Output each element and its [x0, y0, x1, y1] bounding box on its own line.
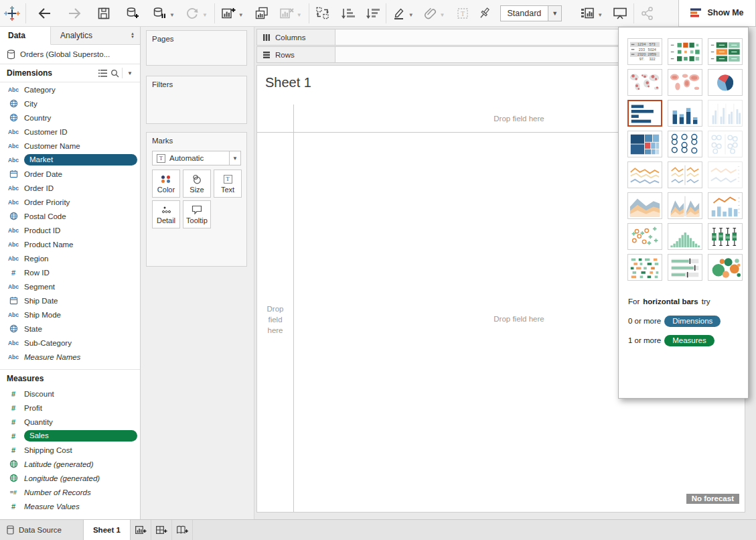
field-country[interactable]: Country	[0, 111, 140, 125]
field-profit[interactable]: #Profit	[0, 401, 140, 415]
field-discount[interactable]: #Discount	[0, 387, 140, 401]
showme-bullet-graph[interactable]	[668, 254, 702, 281]
showme-heatmap[interactable]	[668, 38, 702, 65]
field-postal-code[interactable]: Postal Code	[0, 209, 140, 223]
tooltip-button[interactable]: Tooltip	[183, 200, 211, 228]
field-city[interactable]: City	[0, 96, 140, 111]
sort-descending-button[interactable]	[363, 3, 382, 23]
view-as-grid-icon[interactable]	[96, 70, 108, 77]
showme-lines-discrete[interactable]	[668, 161, 702, 188]
sheet1-tab[interactable]: Sheet 1	[83, 520, 131, 540]
pane-updown-icon[interactable]: ▲▼	[131, 32, 135, 39]
pause-updates-caret[interactable]: ▼	[169, 12, 175, 18]
showme-treemap[interactable]	[627, 131, 662, 157]
sort-ascending-button[interactable]	[338, 3, 357, 23]
clear-sheet-caret[interactable]: ▼	[297, 12, 302, 18]
showme-symbol-map[interactable]	[627, 69, 662, 96]
field-measure-names[interactable]: AbcMeasure Names	[0, 350, 140, 364]
field-segment[interactable]: AbcSegment	[0, 279, 140, 293]
showme-dual-lines[interactable]	[708, 161, 743, 188]
new-story-button[interactable]	[172, 520, 193, 540]
field-customer-id[interactable]: AbcCustomer ID	[0, 125, 140, 139]
showme-side-by-side-circles[interactable]	[708, 131, 743, 157]
showme-text-table[interactable]: 123457323350242320285997.322	[627, 38, 662, 65]
pause-updates-button[interactable]	[150, 3, 169, 23]
fit-select[interactable]: Standard ▼	[500, 5, 562, 21]
field-ship-date[interactable]: Ship Date	[0, 293, 140, 308]
share-button[interactable]	[638, 3, 657, 23]
highlight-caret[interactable]: ▼	[408, 12, 414, 18]
pages-card[interactable]: Pages	[146, 30, 247, 66]
drop-zone-rows[interactable]: Drop field here	[257, 303, 293, 336]
swap-axes-button[interactable]	[313, 3, 332, 23]
showme-gantt[interactable]	[627, 254, 662, 281]
mark-type-select[interactable]: T Automatic ▼	[152, 151, 241, 165]
field-number-of-records[interactable]: =#Number of Records	[0, 485, 140, 499]
field-measure-values[interactable]: #Measure Values	[0, 499, 140, 513]
field-category[interactable]: AbcCategory	[0, 82, 140, 96]
find-field-icon[interactable]	[108, 69, 121, 78]
showme-side-by-side-bars[interactable]	[708, 100, 743, 127]
showme-dual-combination[interactable]	[708, 192, 743, 219]
field-state[interactable]: State	[0, 322, 140, 336]
dimensions-menu-caret[interactable]: ▼	[124, 70, 136, 76]
showme-scatter-plot[interactable]	[627, 223, 662, 250]
field-product-name[interactable]: AbcProduct Name	[0, 237, 140, 251]
clear-sheet-button[interactable]	[277, 3, 296, 23]
showme-stacked-bars[interactable]	[668, 100, 702, 127]
showme-histogram[interactable]	[668, 223, 702, 250]
detail-button[interactable]: Detail	[152, 200, 180, 228]
field-customer-name[interactable]: AbcCustomer Name	[0, 139, 140, 153]
field-region[interactable]: AbcRegion	[0, 251, 140, 265]
text-button[interactable]: T Text	[214, 170, 242, 198]
showme-filled-map[interactable]	[668, 69, 702, 96]
data-source-tab[interactable]: Data Source	[0, 520, 83, 540]
showme-area-discrete[interactable]	[668, 192, 702, 219]
field-product-id[interactable]: AbcProduct ID	[0, 223, 140, 237]
field-ship-mode[interactable]: AbcShip Mode	[0, 308, 140, 322]
showme-box-and-whisker[interactable]	[708, 223, 743, 250]
save-button[interactable]	[95, 3, 112, 23]
redo-button[interactable]	[65, 3, 84, 23]
field-order-date[interactable]: Order Date	[0, 167, 140, 181]
field-sales[interactable]: #Sales	[0, 429, 140, 443]
field-order-id[interactable]: AbcOrder ID	[0, 181, 140, 195]
showme-horizontal-bars[interactable]	[627, 100, 662, 127]
group-members-caret[interactable]: ▼	[440, 12, 445, 18]
show-me-button[interactable]: Show Me	[678, 0, 756, 27]
add-datasource-button[interactable]	[123, 3, 142, 23]
new-worksheet-tab-button[interactable]	[131, 520, 151, 540]
refresh-caret[interactable]: ▼	[202, 12, 208, 18]
showme-packed-bubbles[interactable]	[708, 254, 743, 281]
field-longitude-generated[interactable]: Longitude (generated)	[0, 471, 140, 485]
duplicate-sheet-button[interactable]	[252, 3, 271, 23]
new-worksheet-button[interactable]	[219, 3, 238, 23]
group-members-button[interactable]	[422, 3, 439, 23]
pin-button[interactable]	[476, 3, 494, 23]
size-button[interactable]: Size	[183, 170, 211, 198]
undo-button[interactable]	[35, 3, 54, 23]
color-button[interactable]: Color	[152, 170, 180, 198]
show-hide-cards-caret[interactable]: ▼	[597, 12, 603, 18]
fit-select-caret[interactable]: ▼	[548, 6, 561, 21]
showme-highlight-table[interactable]	[708, 38, 743, 65]
showme-lines-continuous[interactable]	[627, 161, 662, 188]
field-order-priority[interactable]: AbcOrder Priority	[0, 195, 140, 209]
showme-area-continuous[interactable]	[627, 192, 662, 219]
field-sub-category[interactable]: AbcSub-Category	[0, 336, 140, 350]
tab-analytics[interactable]: Analytics ▲▼	[51, 27, 140, 44]
field-quantity[interactable]: #Quantity	[0, 415, 140, 429]
show-hide-cards-button[interactable]	[578, 3, 597, 23]
text-label-button[interactable]: T	[454, 3, 471, 23]
filters-card[interactable]: Filters	[146, 76, 247, 124]
new-dashboard-button[interactable]	[151, 520, 172, 540]
refresh-button[interactable]	[183, 3, 202, 23]
showme-pie-chart[interactable]	[708, 69, 743, 96]
data-source-item[interactable]: Orders (Global Supersto...	[0, 45, 140, 64]
new-worksheet-caret[interactable]: ▼	[238, 12, 244, 18]
mark-type-caret[interactable]: ▼	[229, 151, 240, 165]
showme-circle-views[interactable]	[668, 131, 702, 157]
highlight-button[interactable]	[390, 3, 408, 23]
field-row-id[interactable]: #Row ID	[0, 265, 140, 279]
tab-data[interactable]: Data	[0, 27, 51, 45]
